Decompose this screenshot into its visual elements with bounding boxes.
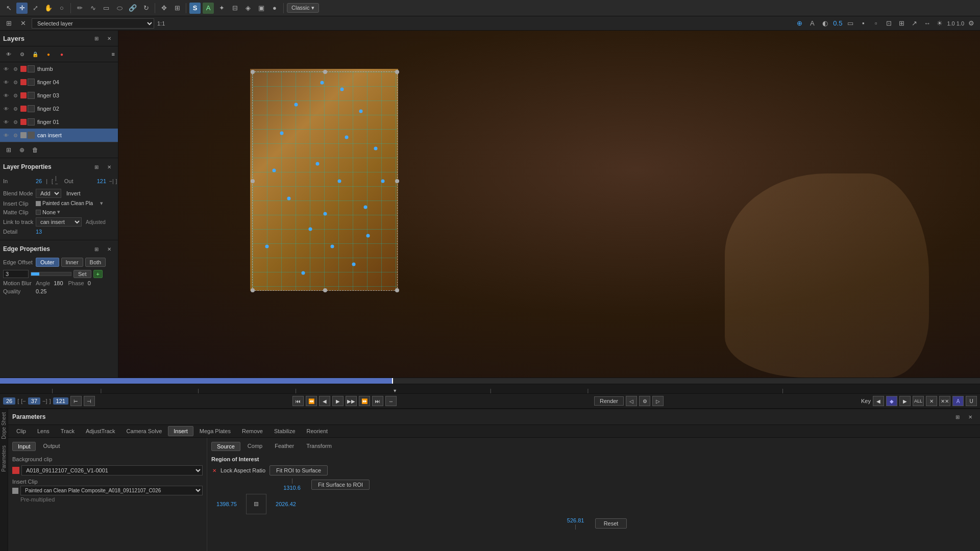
tab-mega-plates[interactable]: Mega Plates — [194, 427, 236, 436]
step-back-btn[interactable]: ◀ — [319, 396, 330, 406]
select-tool-icon[interactable]: ↖ — [3, 3, 14, 14]
point-tool-icon[interactable]: ✛ — [16, 3, 28, 14]
step-fwd-btn[interactable]: ▶ — [332, 396, 344, 406]
layer-row-can-insert[interactable]: 👁 ⚙ can insert — [0, 129, 118, 142]
fit-roi-to-surface-btn[interactable]: Fit ROI to Surface — [270, 465, 328, 475]
outer-btn[interactable]: Outer — [36, 258, 59, 267]
corner-tl[interactable] — [251, 70, 255, 74]
grid2-icon[interactable]: ⊟ — [229, 3, 240, 14]
display3-icon[interactable]: ▫ — [870, 18, 881, 29]
vtab-dope-sheet[interactable]: Dope Sheet — [0, 409, 8, 442]
reset-btn[interactable]: Reset — [595, 518, 627, 529]
render-btn[interactable]: Render — [594, 396, 624, 406]
move-tool-icon[interactable]: ✥ — [158, 3, 169, 14]
tab-reorient[interactable]: Reorient — [302, 427, 333, 436]
source-tab-source[interactable]: Source — [211, 442, 240, 451]
key-a-btn[interactable]: A — [952, 396, 964, 406]
a-channel-icon[interactable]: A — [806, 18, 818, 29]
render-settings-btn[interactable]: ⚙ — [639, 396, 650, 406]
play-btn[interactable]: ▶▶ — [346, 396, 357, 406]
add-layer2-icon[interactable]: ⊕ — [16, 144, 28, 156]
layer-menu-icon[interactable]: ≡ — [112, 51, 115, 57]
key-remove2-btn[interactable]: ✕✕ — [939, 396, 950, 406]
star-icon[interactable]: ✦ — [216, 3, 227, 14]
link-tool-icon[interactable]: 🔗 — [127, 3, 138, 14]
display5-icon[interactable]: ⊞ — [896, 18, 907, 29]
panel-toggle-icon[interactable]: ⊞ — [3, 18, 14, 29]
next-keyframe-btn[interactable]: ⏩ — [359, 396, 370, 406]
skip-to-end-btn[interactable]: ⏭ — [372, 396, 383, 406]
insert-clip-params-select[interactable]: Painted can Clean Plate Composite_A018_0… — [20, 486, 203, 495]
vis-box-thumb[interactable] — [28, 65, 35, 72]
bg-clip-select[interactable]: A018_09112107_C026_V1-0001 — [21, 465, 203, 475]
display4-icon[interactable]: ⊡ — [883, 18, 894, 29]
corner-tc[interactable] — [323, 70, 327, 74]
layer-lock-icon[interactable]: 🔒 — [30, 48, 41, 60]
key-prev-btn[interactable]: ◀ — [873, 396, 884, 406]
vis-box-f02[interactable] — [28, 105, 35, 112]
transform-tool-icon[interactable]: ⤢ — [30, 3, 41, 14]
vis-box-f03[interactable] — [28, 92, 35, 99]
a-icon[interactable]: A — [203, 3, 214, 14]
settings-icon[interactable]: ⚙ — [966, 18, 977, 29]
classic-dropdown[interactable]: Classic ▾ — [287, 3, 319, 13]
params-close-icon[interactable]: ✕ — [965, 411, 976, 422]
params-expand-icon[interactable]: ⊞ — [952, 411, 963, 422]
insert-clip-dropdown[interactable]: ▾ — [100, 200, 103, 207]
layer-color1-icon[interactable]: ● — [43, 48, 54, 60]
rect-tool-icon[interactable]: ▭ — [101, 3, 112, 14]
circle2-icon[interactable]: ● — [269, 3, 280, 14]
vis-box-f01[interactable] — [28, 118, 35, 126]
both-btn[interactable]: Both — [85, 258, 106, 267]
corner-mr[interactable] — [395, 179, 399, 183]
layer-row-finger04[interactable]: 👁 ⚙ finger 04 — [0, 76, 118, 89]
layer-row-finger01[interactable]: 👁 ⚙ finger 01 — [0, 115, 118, 129]
corner-br[interactable] — [395, 288, 399, 292]
key-set-btn[interactable]: ◆ — [886, 396, 897, 406]
layer-props-expand[interactable]: ⊞ — [91, 161, 102, 172]
remove-layer-icon[interactable]: 🗑 — [30, 144, 41, 156]
corner-ml[interactable] — [251, 179, 255, 183]
box-icon[interactable]: ▣ — [256, 3, 267, 14]
corner-bl[interactable] — [251, 288, 255, 292]
selected-layer-select[interactable]: Selected layer — [32, 18, 154, 29]
layers-close-icon[interactable]: ✕ — [104, 33, 115, 44]
render-fwd-btn[interactable]: ▷ — [652, 396, 664, 406]
vis-box-can[interactable] — [28, 132, 35, 139]
tab-stabilize[interactable]: Stabilize — [269, 427, 301, 436]
pan-tool-icon[interactable]: ✋ — [43, 3, 54, 14]
overlay-icon[interactable]: ◐ — [819, 18, 830, 29]
layer-eye-icon[interactable]: 👁 — [3, 48, 14, 60]
inner-btn[interactable]: Inner — [61, 258, 83, 267]
transform2-icon[interactable]: ↔ — [921, 18, 933, 29]
display2-icon[interactable]: ▪ — [857, 18, 869, 29]
tab-adjusttrack[interactable]: AdjustTrack — [81, 427, 120, 436]
layer-row-thumb[interactable]: 👁 ⚙ thumb — [0, 62, 118, 76]
tab-remove[interactable]: Remove — [237, 427, 268, 436]
circle-tool-icon[interactable]: ○ — [56, 3, 67, 14]
layers-expand-icon[interactable]: ⊞ — [91, 33, 102, 44]
tab-clip[interactable]: Clip — [11, 427, 31, 436]
corner-tr[interactable] — [395, 70, 399, 74]
skip-to-start-btn[interactable]: ⏮ — [292, 396, 304, 406]
key-all-btn[interactable]: ALL — [913, 396, 924, 406]
roi-center-widget[interactable] — [246, 494, 266, 514]
s-icon[interactable]: S — [189, 3, 201, 14]
link-track-select[interactable]: can insert — [36, 217, 82, 227]
stab-output[interactable]: Output — [38, 442, 65, 451]
rgb-icon[interactable]: ⊕ — [794, 18, 805, 29]
source-tab-comp[interactable]: Comp — [242, 442, 267, 451]
edge-props-expand[interactable]: ⊞ — [91, 243, 102, 255]
set-btn[interactable]: Set — [74, 270, 91, 278]
oval-tool-icon[interactable]: ⬭ — [114, 3, 125, 14]
layer-color2-icon[interactable]: ● — [56, 48, 67, 60]
panel-close-icon[interactable]: ✕ — [17, 18, 29, 29]
layer-row-finger03[interactable]: 👁 ⚙ finger 03 — [0, 89, 118, 102]
loop-btn[interactable]: ↔ — [385, 396, 397, 406]
vis-box-f04[interactable] — [28, 79, 35, 86]
add-layer-icon[interactable]: ⊞ — [3, 144, 14, 156]
matte-clip-dropdown[interactable]: ▾ — [57, 209, 60, 215]
clip-out-icon[interactable]: ⊣ — [84, 396, 95, 406]
arrow-icon[interactable]: ↗ — [909, 18, 920, 29]
tab-insert[interactable]: Insert — [168, 426, 193, 436]
